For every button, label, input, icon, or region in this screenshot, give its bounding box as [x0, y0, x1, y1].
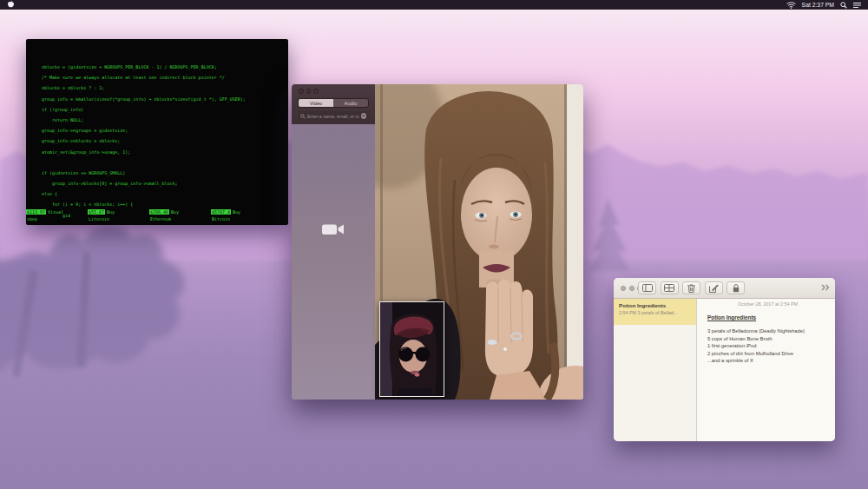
minimize-button[interactable] — [629, 286, 635, 291]
terminal-code-line: group_info->blocks[0] = group_info->smal… — [42, 178, 285, 188]
ticker-item[interactable]: $113.97Visual sbep — [26, 208, 88, 222]
trash-icon — [687, 284, 695, 293]
facetime-sidebar-body — [292, 124, 375, 400]
desktop: Sat 2:37 PM nblocks = (gidsetsize + NGRO… — [0, 0, 868, 489]
sidebar-toggle-button[interactable] — [638, 281, 656, 294]
note-body-line: 5 cups of Human Bone Broth — [707, 335, 828, 343]
ticker-action-label[interactable]: Buy — [169, 209, 179, 215]
spotlight-search-icon[interactable] — [840, 2, 847, 9]
ticker-coin-name: Ethereum — [149, 215, 211, 222]
terminal-code: nblocks = (gidsetsize + NGROUPS_PER_BLOC… — [26, 39, 288, 221]
note-body: 3 petals of Belladonna (Deadly Nightshad… — [707, 327, 828, 365]
notes-toolbar — [614, 278, 835, 299]
note-list-item[interactable]: Potion Ingredients 2:54 PM 3 petals of B… — [614, 299, 696, 325]
notes-window[interactable]: Potion Ingredients 2:54 PM 3 petals of B… — [614, 278, 835, 441]
facetime-titlebar: Video Audio × — [292, 84, 375, 124]
minimize-button[interactable] — [306, 89, 312, 94]
menubar: Sat 2:37 PM — [0, 0, 868, 10]
notes-list: Potion Ingredients 2:54 PM 3 petals of B… — [614, 299, 697, 441]
compose-icon — [709, 284, 719, 293]
close-button[interactable] — [299, 89, 304, 94]
ticker-item[interactable]: $55.67Buy Litecoin — [88, 208, 149, 222]
note-body-line: 2 pinches of dirt from Mulholland Drive — [707, 350, 828, 358]
ticker-item[interactable]: $5747.4Buy Bitcoin — [211, 208, 273, 222]
ticker-coin-name: Bitcoin — [211, 215, 273, 222]
sidebar-toggle-icon — [642, 284, 653, 292]
ticker-action-label[interactable]: Buy — [105, 209, 115, 215]
new-note-button[interactable] — [705, 281, 723, 294]
lock-note-button[interactable] — [727, 281, 745, 294]
pip-video[interactable] — [379, 301, 444, 397]
zoom-button[interactable] — [313, 89, 319, 94]
ticker-price-badge: $113.97 — [26, 209, 46, 215]
ticker-price-badge: $298.46 — [149, 209, 169, 215]
ticker-action-label[interactable]: Visual — [46, 209, 63, 215]
note-editor[interactable]: October 28, 2017 at 2:54 PM Potion Ingre… — [697, 299, 835, 441]
terminal-code-line: group_info = kmalloc(sizeof(*group_info)… — [42, 94, 285, 104]
wifi-icon[interactable] — [786, 2, 796, 9]
search-field[interactable]: × — [298, 111, 369, 121]
terminal-code-line — [42, 157, 285, 168]
terminal-window[interactable]: nblocks = (gidsetsize + NGROUPS_PER_BLOC… — [26, 39, 288, 225]
ticker-coin-name: sbep — [26, 215, 88, 222]
note-body-line: 3 petals of Belladonna (Deadly Nightshad… — [707, 327, 828, 335]
note-title: Potion Ingredients — [707, 314, 828, 320]
terminal-code-line: nblocks = nblocks ? : 1; — [42, 83, 285, 93]
notification-center-icon[interactable] — [853, 2, 861, 9]
terminal-code-line: atomic_set(&group_info->usage, 1); — [42, 147, 285, 157]
search-input[interactable] — [307, 114, 359, 119]
video-camera-icon — [322, 221, 345, 237]
close-button[interactable] — [621, 286, 626, 291]
terminal-code-line: else { — [42, 188, 285, 199]
delete-note-button[interactable] — [682, 281, 700, 294]
apple-menu-icon[interactable] — [7, 1, 15, 9]
terminal-code-line: if (!group_info) — [42, 104, 285, 115]
terminal-code-line: nblocks = (gidsetsize + NGROUPS_PER_BLOC… — [42, 62, 285, 72]
ticker-price-badge: $55.67 — [88, 209, 105, 215]
terminal-code-line: group_info->nblocks = nblocks; — [42, 135, 285, 146]
overflow-chevrons-icon[interactable] — [821, 284, 830, 291]
note-body-line: ...and a sprinkle of X — [707, 357, 828, 365]
facetime-window[interactable]: Video Audio × — [292, 84, 583, 400]
ticker-coin-name: Litecoin — [88, 215, 149, 222]
tab-audio[interactable]: Audio — [333, 99, 368, 107]
note-body-line: 1 first generation iPod — [707, 342, 828, 350]
notes-grid-button[interactable] — [661, 281, 679, 294]
facetime-sidebar: Video Audio × — [292, 84, 375, 400]
menubar-clock[interactable]: Sat 2:37 PM — [802, 2, 834, 8]
video-audio-segmented-control: Video Audio — [298, 98, 369, 108]
note-item-preview: 2:54 PM 3 petals of Bellad... — [619, 310, 692, 315]
terminal-status-bar: $113.97Visual sbep $55.67Buy Litecoin $2… — [26, 208, 288, 222]
terminal-code-line: if (gidsetsize <= NGROUPS_SMALL) — [42, 168, 285, 178]
notes-grid-icon — [664, 284, 674, 292]
lock-icon — [733, 284, 740, 293]
tab-video[interactable]: Video — [299, 99, 333, 107]
terminal-code-line: group_info->ngroups = gidsetsize; — [42, 125, 285, 135]
terminal-code-line: /* Make sure we always allocate at least… — [42, 72, 285, 83]
search-icon — [300, 114, 306, 119]
note-date: October 28, 2017 at 2:54 PM — [707, 301, 828, 307]
ticker-action-label[interactable]: Buy — [231, 209, 240, 215]
ticker-price-badge: $5747.4 — [211, 209, 231, 215]
ticker-item[interactable]: $298.46Buy Ethereum — [149, 208, 211, 222]
terminal-code-line: return NULL; — [42, 115, 285, 125]
clear-search-icon[interactable]: × — [361, 113, 367, 119]
note-item-title: Potion Ingredients — [619, 302, 692, 308]
